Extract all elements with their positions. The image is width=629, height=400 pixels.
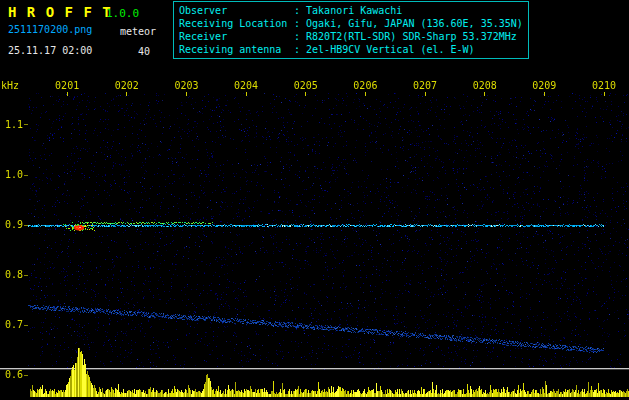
- mode-label: meteor: [120, 26, 156, 37]
- freq-tick-label: 1.1: [0, 119, 23, 130]
- info-row: Observer: Takanori Kawachi: [179, 4, 523, 17]
- info-colon: :: [294, 5, 306, 16]
- freq-tick-label: 0.9: [0, 219, 23, 230]
- frequency-unit-label: kHz: [1, 80, 19, 91]
- freq-tick-label: 0.6: [0, 369, 23, 380]
- time-tick-label: 0205: [293, 80, 319, 91]
- datetime-label: 25.11.17 02:00: [8, 45, 92, 56]
- info-label: Receiving Location: [179, 17, 294, 30]
- info-row: Receiving antenna: 2el-HB9CV Vertical (e…: [179, 43, 523, 56]
- output-filename: 2511170200.png: [8, 24, 92, 35]
- info-value: Takanori Kawachi: [306, 5, 402, 16]
- time-tick-label: 0209: [531, 80, 557, 91]
- info-row: Receiving Location: Ogaki, Gifu, JAPAN (…: [179, 17, 523, 30]
- info-value: 2el-HB9CV Vertical (el. E-W): [306, 44, 475, 55]
- time-tick-label: 0203: [173, 80, 199, 91]
- time-tick-label: 0208: [472, 80, 498, 91]
- info-row: Receiver: R820T2(RTL-SDR) SDR-Sharp 53.3…: [179, 30, 523, 43]
- app-title: H R O F F T: [8, 4, 112, 20]
- info-label: Receiving antenna: [179, 43, 294, 56]
- info-value: R820T2(RTL-SDR) SDR-Sharp 53.372MHz: [306, 31, 517, 42]
- freq-tick-label: 0.8: [0, 269, 23, 280]
- time-tick-label: 0206: [352, 80, 378, 91]
- info-colon: :: [294, 31, 306, 42]
- time-tick-label: 0201: [54, 80, 80, 91]
- time-tick-label: 0207: [412, 80, 438, 91]
- freq-tick-label: 1.0: [0, 169, 23, 180]
- info-colon: :: [294, 44, 306, 55]
- info-colon: :: [294, 18, 306, 29]
- info-value: Ogaki, Gifu, JAPAN (136.60E, 35.35N): [306, 18, 523, 29]
- info-label: Receiver: [179, 30, 294, 43]
- app-version: 1.0.0: [106, 7, 139, 20]
- time-tick-label: 0210: [591, 80, 617, 91]
- hrofft-window: H R O F F T 1.0.0 2511170200.png meteor …: [0, 0, 629, 400]
- echo-count-value: 40: [138, 46, 150, 57]
- time-tick-label: 0202: [114, 80, 140, 91]
- station-info-box: Observer: Takanori KawachiReceiving Loca…: [173, 1, 529, 59]
- time-tick-label: 0204: [233, 80, 259, 91]
- info-label: Observer: [179, 4, 294, 17]
- freq-tick-label: 0.7: [0, 319, 23, 330]
- spectrogram-canvas: [0, 78, 629, 400]
